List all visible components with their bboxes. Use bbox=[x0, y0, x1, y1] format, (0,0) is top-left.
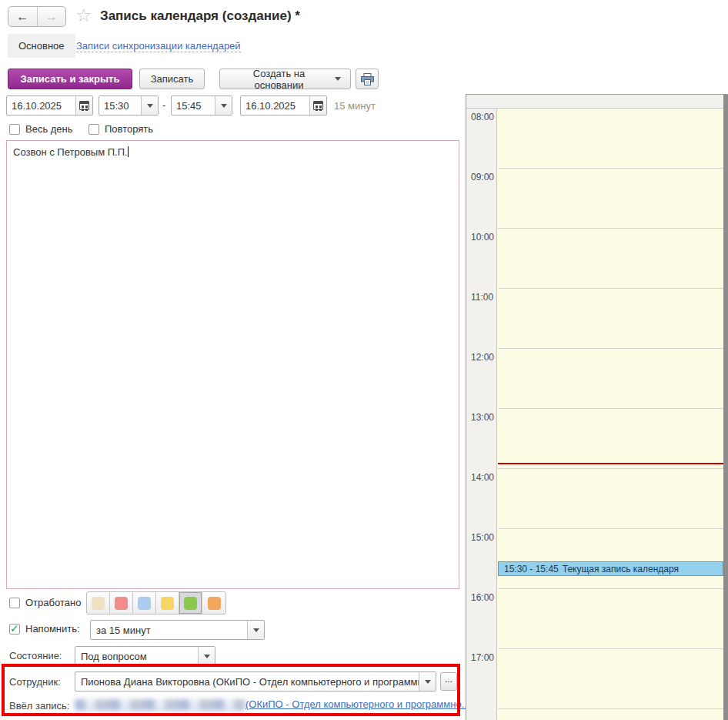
start-date-value: 16.10.2025 bbox=[7, 96, 75, 115]
forward-button[interactable]: → bbox=[37, 7, 66, 26]
hour-label: 17:00 bbox=[471, 652, 494, 663]
day-calendar-panel: 08:0009:0010:0011:0012:0013:0014:0015:00… bbox=[466, 94, 728, 720]
state-dropdown-button[interactable] bbox=[198, 647, 215, 665]
swatch-color bbox=[161, 597, 174, 610]
repeat-checkbox[interactable] bbox=[88, 124, 99, 135]
calendar-hour-row[interactable]: 09:00 bbox=[498, 169, 723, 229]
hour-label: 09:00 bbox=[471, 172, 494, 183]
calendar-icon bbox=[313, 101, 323, 110]
calendar-event-current[interactable]: 15:30 - 15:45 Текущая запись календаря bbox=[498, 561, 723, 576]
author-visible-text: (ОКиПО - Отдел компьютерного и программн… bbox=[245, 698, 469, 710]
description-text: Созвон с Петровым П.П. bbox=[13, 146, 128, 158]
calendar-time-column bbox=[466, 95, 497, 720]
start-date-picker-button[interactable] bbox=[75, 96, 92, 115]
employee-choose-button[interactable]: ... bbox=[440, 672, 457, 691]
create-based-on-button[interactable]: Создать на основании bbox=[219, 69, 351, 89]
hour-label: 13:00 bbox=[471, 412, 494, 423]
hour-label: 10:00 bbox=[471, 232, 494, 243]
calendar-hour-row[interactable]: 10:00 bbox=[498, 229, 723, 289]
arrow-down-icon bbox=[221, 104, 227, 108]
swatch-color bbox=[208, 597, 221, 610]
save-and-close-button[interactable]: Записать и закрыть bbox=[8, 69, 132, 89]
start-time-dropdown-button[interactable] bbox=[141, 96, 158, 115]
all-day-checkbox[interactable] bbox=[9, 124, 20, 135]
remind-checkbox-row: Напомнить: bbox=[9, 623, 80, 635]
arrow-down-icon bbox=[253, 628, 259, 632]
worked-checkbox[interactable] bbox=[9, 598, 20, 608]
back-button[interactable]: ← bbox=[8, 7, 37, 26]
text-cursor bbox=[128, 146, 129, 157]
remind-label: Напомнить: bbox=[25, 623, 80, 635]
end-time-value: 15:45 bbox=[172, 96, 215, 115]
hour-label: 14:00 bbox=[471, 472, 494, 483]
back-arrow-icon: ← bbox=[16, 10, 28, 23]
color-swatch-group bbox=[86, 591, 226, 615]
hour-label: 08:00 bbox=[471, 112, 494, 122]
color-swatch-3[interactable] bbox=[156, 592, 179, 614]
color-swatch-1[interactable] bbox=[110, 592, 133, 614]
end-date-field[interactable]: 16.10.2025 bbox=[240, 95, 327, 116]
hour-label: 15:00 bbox=[471, 532, 494, 543]
state-combobox[interactable]: Под вопросом bbox=[75, 646, 215, 666]
page-title: Запись календаря (создание) * bbox=[100, 8, 300, 24]
calendar-icon bbox=[79, 101, 89, 110]
arrow-down-icon bbox=[204, 655, 210, 658]
swatch-color bbox=[184, 597, 197, 610]
remind-combobox[interactable]: за 15 минут bbox=[90, 620, 265, 640]
calendar-scrollbar[interactable] bbox=[723, 95, 728, 720]
employee-combobox[interactable]: Пионова Диана Викторовна (ОКиПО - Отдел … bbox=[75, 671, 436, 692]
author-label: Ввёл запись: bbox=[9, 700, 69, 712]
color-swatch-5[interactable] bbox=[202, 592, 225, 614]
swatch-color bbox=[138, 597, 151, 610]
end-date-picker-button[interactable] bbox=[309, 96, 326, 115]
calendar-hour-row[interactable]: 17:00 bbox=[498, 649, 723, 709]
hour-label: 12:00 bbox=[471, 352, 494, 363]
end-date-value: 16.10.2025 bbox=[241, 96, 309, 115]
arrow-down-icon bbox=[147, 104, 153, 108]
event-title: Текущая запись календаря bbox=[563, 564, 679, 574]
calendar-hour-row[interactable]: 12:00 bbox=[498, 349, 723, 409]
remind-dropdown-button[interactable] bbox=[247, 621, 264, 639]
remind-value: за 15 минут bbox=[91, 621, 247, 639]
hour-label: 16:00 bbox=[471, 592, 494, 603]
printer-icon bbox=[361, 73, 374, 85]
employee-dropdown-button[interactable] bbox=[419, 672, 436, 691]
worked-label: Отработано bbox=[25, 597, 81, 608]
author-link[interactable]: (ОКиПО - Отдел компьютерного и программн… bbox=[75, 698, 469, 710]
start-date-field[interactable]: 16.10.2025 bbox=[6, 95, 93, 116]
start-time-value: 15:30 bbox=[99, 96, 141, 115]
event-time-range: 15:30 - 15:45 bbox=[504, 564, 559, 574]
repeat-label: Повторять bbox=[105, 123, 153, 135]
calendar-hour-row[interactable]: 11:00 bbox=[498, 289, 723, 349]
hour-label: 11:00 bbox=[471, 292, 493, 303]
worked-checkbox-row: Отработано bbox=[9, 597, 81, 608]
color-swatch-0[interactable] bbox=[87, 592, 110, 614]
swatch-color bbox=[115, 597, 128, 610]
end-time-dropdown-button[interactable] bbox=[215, 96, 232, 115]
state-value: Под вопросом bbox=[75, 647, 198, 665]
tab-main[interactable]: Основное bbox=[8, 34, 75, 58]
color-swatch-2[interactable] bbox=[133, 592, 156, 614]
start-time-field[interactable]: 15:30 bbox=[99, 95, 159, 116]
color-swatch-4[interactable] bbox=[179, 592, 202, 614]
end-time-field[interactable]: 15:45 bbox=[171, 95, 232, 116]
current-time-line bbox=[498, 463, 723, 464]
calendar-hour-row[interactable]: 08:00 bbox=[498, 109, 723, 169]
save-button[interactable]: Записать bbox=[139, 69, 205, 89]
remind-checkbox[interactable] bbox=[9, 624, 20, 635]
all-day-checkbox-row: Весь день bbox=[9, 123, 73, 135]
duration-label: 15 минут bbox=[334, 100, 376, 112]
calendar-hour-row[interactable]: 16:00 bbox=[498, 589, 723, 649]
arrow-down-icon bbox=[425, 680, 431, 684]
calendar-hour-row[interactable]: 13:00 bbox=[498, 409, 723, 469]
arrow-down-icon bbox=[335, 77, 341, 81]
description-textarea[interactable]: Созвон с Петровым П.П. bbox=[6, 140, 459, 589]
time-range-separator: - bbox=[162, 99, 165, 111]
employee-value: Пионова Диана Викторовна (ОКиПО - Отдел … bbox=[75, 672, 419, 691]
favorite-star-icon[interactable]: ☆ bbox=[75, 5, 92, 26]
calendar-hour-row[interactable]: 14:00 bbox=[498, 469, 723, 529]
print-button[interactable] bbox=[356, 69, 379, 89]
calendar-hour-row[interactable]: 15:00 bbox=[498, 529, 723, 589]
nav-history-group: ← → bbox=[8, 6, 66, 27]
tab-sync-records-link[interactable]: Записи синхронизации календарей bbox=[76, 40, 241, 52]
